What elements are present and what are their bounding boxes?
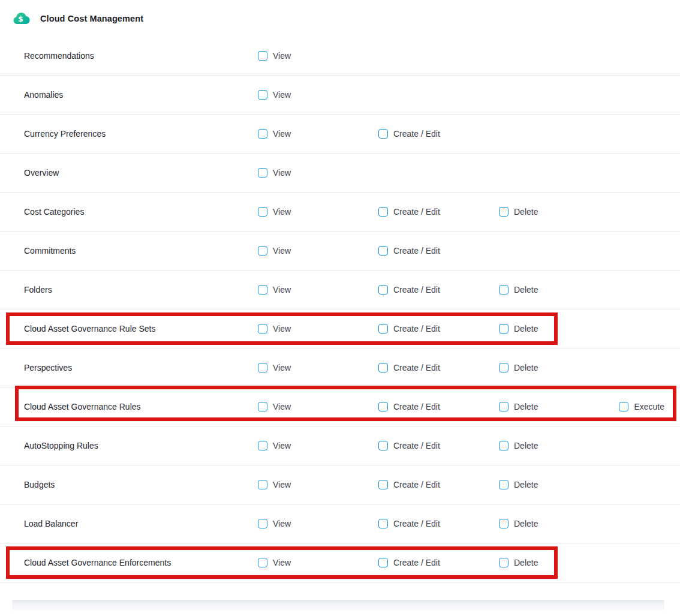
permission-row: Cost Categories ViewCreate / EditDelete — [0, 193, 680, 232]
delete-checkbox[interactable] — [499, 324, 509, 333]
view-checkbox[interactable] — [258, 324, 267, 333]
permission-cell-create-edit: Create / Edit — [378, 232, 440, 270]
permission-cell-view: View — [258, 37, 291, 75]
permission-label: Create / Edit — [393, 363, 440, 372]
create-edit-checkbox[interactable] — [378, 402, 388, 411]
view-checkbox[interactable] — [258, 90, 267, 100]
permissions-page: $ Cloud Cost Management Recommendations … — [0, 0, 680, 616]
resource-label: Commitments — [24, 246, 76, 256]
permission-cell-create-edit: Create / Edit — [378, 465, 440, 504]
permission-row: Folders ViewCreate / EditDelete — [0, 271, 680, 309]
permission-label: Delete — [514, 207, 538, 217]
create-edit-checkbox[interactable] — [378, 207, 388, 217]
permission-cell-view: View — [258, 426, 291, 465]
permission-row: Overview View — [0, 154, 680, 193]
permission-row: Perspectives ViewCreate / EditDelete — [0, 348, 680, 387]
resource-label: Folders — [24, 285, 52, 295]
create-edit-checkbox[interactable] — [378, 324, 388, 333]
cloud-dollar-icon: $ — [13, 11, 31, 26]
permission-label: View — [273, 207, 291, 217]
permission-cell-delete: Delete — [499, 387, 538, 426]
create-edit-checkbox[interactable] — [378, 129, 388, 139]
view-checkbox[interactable] — [258, 246, 267, 256]
create-edit-checkbox[interactable] — [378, 246, 388, 256]
permission-cell-create-edit: Create / Edit — [378, 426, 440, 465]
permission-cell-create-edit: Create / Edit — [378, 387, 440, 426]
view-checkbox[interactable] — [258, 363, 267, 372]
view-checkbox[interactable] — [258, 51, 267, 61]
view-checkbox[interactable] — [258, 129, 267, 139]
resource-label: Budgets — [24, 480, 55, 489]
execute-checkbox[interactable] — [619, 402, 628, 411]
view-checkbox[interactable] — [258, 519, 267, 528]
permission-label: View — [273, 246, 291, 256]
create-edit-checkbox[interactable] — [378, 558, 388, 567]
permission-cell-view: View — [258, 309, 291, 348]
permission-label: View — [273, 558, 291, 567]
permission-cell-view: View — [258, 271, 291, 309]
module-header: $ Cloud Cost Management — [0, 0, 680, 37]
page-title: Cloud Cost Management — [40, 14, 143, 23]
permission-label: View — [273, 441, 291, 450]
permission-cell-create-edit: Create / Edit — [378, 193, 440, 231]
permission-label: Delete — [514, 441, 538, 450]
permission-label: Create / Edit — [393, 246, 440, 256]
resource-label: Load Balancer — [24, 519, 78, 528]
permission-cell-delete: Delete — [499, 193, 538, 231]
permission-label: View — [273, 51, 291, 61]
delete-checkbox[interactable] — [499, 558, 509, 567]
permission-row: Recommendations View — [0, 37, 680, 76]
permission-row: Cloud Asset Governance Rules ViewCreate … — [0, 387, 680, 426]
permission-label: Delete — [514, 363, 538, 372]
permission-cell-delete: Delete — [499, 309, 538, 348]
permission-cell-view: View — [258, 232, 291, 270]
permission-label: View — [273, 168, 291, 178]
permission-label: Delete — [514, 285, 538, 295]
permission-cell-delete: Delete — [499, 348, 538, 387]
permission-label: View — [273, 480, 291, 489]
resource-label: Anomalies — [24, 90, 63, 100]
resource-label: AutoStopping Rules — [24, 441, 98, 450]
resource-label: Overview — [24, 168, 59, 178]
permission-label: Delete — [514, 324, 538, 333]
create-edit-checkbox[interactable] — [378, 363, 388, 372]
create-edit-checkbox[interactable] — [378, 480, 388, 489]
permission-cell-view: View — [258, 543, 291, 582]
delete-checkbox[interactable] — [499, 207, 509, 217]
resource-label: Cloud Asset Governance Rules — [24, 402, 141, 411]
permission-label: Create / Edit — [393, 402, 440, 411]
permission-cell-delete: Delete — [499, 543, 538, 582]
permission-label: View — [273, 129, 291, 139]
delete-checkbox[interactable] — [499, 480, 509, 489]
permission-label: Create / Edit — [393, 129, 440, 139]
view-checkbox[interactable] — [258, 441, 267, 450]
permission-label: View — [273, 285, 291, 295]
view-checkbox[interactable] — [258, 480, 267, 489]
permission-cell-view: View — [258, 387, 291, 426]
delete-checkbox[interactable] — [499, 285, 509, 295]
view-checkbox[interactable] — [258, 402, 267, 411]
create-edit-checkbox[interactable] — [378, 519, 388, 528]
delete-checkbox[interactable] — [499, 519, 509, 528]
permission-row: AutoStopping Rules ViewCreate / EditDele… — [0, 426, 680, 465]
svg-text:$: $ — [18, 14, 23, 23]
permission-cell-create-edit: Create / Edit — [378, 543, 440, 582]
view-checkbox[interactable] — [258, 168, 267, 178]
view-checkbox[interactable] — [258, 285, 267, 295]
permission-label: Create / Edit — [393, 441, 440, 450]
delete-checkbox[interactable] — [499, 441, 509, 450]
delete-checkbox[interactable] — [499, 363, 509, 372]
view-checkbox[interactable] — [258, 207, 267, 217]
delete-checkbox[interactable] — [499, 402, 509, 411]
permission-label: Create / Edit — [393, 324, 440, 333]
view-checkbox[interactable] — [258, 558, 267, 567]
resource-label: Currency Preferences — [24, 129, 106, 139]
permission-row: Cloud Asset Governance Rule Sets ViewCre… — [0, 309, 680, 348]
create-edit-checkbox[interactable] — [378, 441, 388, 450]
permission-row: Currency Preferences ViewCreate / Edit — [0, 115, 680, 154]
permission-label: Create / Edit — [393, 519, 440, 528]
create-edit-checkbox[interactable] — [378, 285, 388, 295]
permission-cell-view: View — [258, 504, 291, 543]
permission-row: Load Balancer ViewCreate / EditDelete — [0, 504, 680, 543]
permissions-table: Recommendations View Anomalies View Curr… — [0, 37, 680, 582]
